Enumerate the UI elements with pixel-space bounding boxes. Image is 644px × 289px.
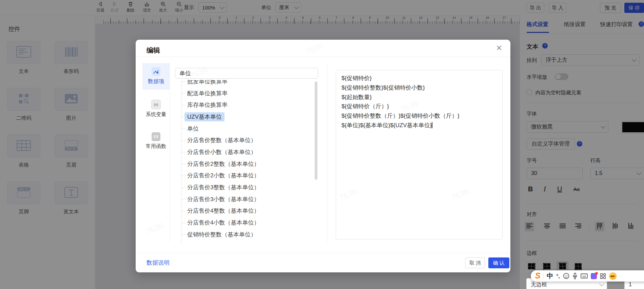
sticker-emoji-icon[interactable] xyxy=(609,272,617,280)
cancel-button[interactable]: 取 消 xyxy=(465,257,485,268)
editor-line: ${促销特价整数（斤）}${促销特价小数（斤）} xyxy=(341,111,497,121)
data-description-link[interactable]: 数据说明 xyxy=(147,259,170,267)
text-caret xyxy=(432,122,432,128)
editor-line: ${单位}${基本单位}${UZV基本单位} xyxy=(341,121,497,130)
list-item[interactable]: 配送单位换算率 xyxy=(175,88,315,99)
virtual-keyboard-icon[interactable] xyxy=(581,273,588,279)
confirm-button[interactable]: 确 认 xyxy=(488,257,509,268)
list-item[interactable]: 批发单位换算率 xyxy=(175,80,315,88)
edit-dialog: 编辑 ✕ 数据项 (x) 系统变量 FX 常用函数 批发单位 xyxy=(136,40,510,272)
data-item-icon xyxy=(152,67,160,76)
list-item[interactable]: 分店售价2整数（基本单位） xyxy=(175,158,315,170)
label-designer-app: 后退 前进 删除 清空 放大 缩小 显示 100% 单位 厘米 xyxy=(0,0,644,289)
list-item[interactable]: 分店售价3整数（基本单位） xyxy=(175,181,315,193)
function-icon: FX xyxy=(152,132,160,141)
chevron-down-icon xyxy=(599,282,604,286)
close-icon[interactable]: ✕ xyxy=(496,44,502,52)
variable-icon: (x) xyxy=(151,100,161,109)
list-scrollbar-thumb[interactable] xyxy=(315,81,317,180)
expression-editor[interactable]: ${促销特价} ${促销特价整数}${促销特价小数} ${起始数量} ${促销特… xyxy=(336,70,503,239)
list-item[interactable]: 分店售价2小数（基本单位） xyxy=(175,170,315,182)
list-item[interactable]: 库存单位换算率 xyxy=(175,99,315,111)
dialog-tab-strip: 数据项 (x) 系统变量 FX 常用函数 xyxy=(142,57,170,253)
editor-line: ${起始数量} xyxy=(341,93,497,102)
dialog-footer: 数据说明 取 消 确 认 xyxy=(136,253,510,272)
editor-line: ${促销特价整数}${促销特价小数} xyxy=(341,83,497,93)
tab-system-variables[interactable]: (x) 系统变量 xyxy=(142,96,170,122)
punctuation-icon[interactable]: °, xyxy=(556,273,560,278)
dialog-title: 编辑 xyxy=(147,46,160,55)
list-item[interactable]: 分店售价整数（基本单位） xyxy=(175,134,315,146)
editor-line: ${促销特价（斤）} xyxy=(341,102,497,111)
ime-language-mode[interactable]: 中 xyxy=(547,273,553,279)
microphone-icon[interactable] xyxy=(572,273,578,279)
data-item-list: 批发单位换算率配送单位换算率库存单位换算率UZV基本单位单位分店售价整数（基本单… xyxy=(175,80,315,244)
list-item[interactable]: 分店售价3小数（基本单位） xyxy=(175,193,315,205)
toolbox-grid-icon[interactable] xyxy=(600,273,606,279)
sogou-logo-icon[interactable]: S xyxy=(535,272,540,280)
tab-data-items[interactable]: 数据项 xyxy=(142,63,170,90)
list-item[interactable]: 单位 xyxy=(175,123,315,135)
editor-line: ${促销特价} xyxy=(341,74,497,83)
list-item[interactable]: 促销特价整数（基本单位） xyxy=(175,229,315,240)
ime-toolbar: S 中 °, xyxy=(531,270,644,282)
search-input[interactable] xyxy=(175,68,318,79)
skin-center-icon[interactable] xyxy=(591,273,597,279)
list-item[interactable]: 分店售价4小数（基本单位） xyxy=(175,217,315,229)
tab-common-functions[interactable]: FX 常用函数 xyxy=(142,128,170,155)
list-item[interactable]: 分店售价小数（基本单位） xyxy=(175,146,315,158)
list-item[interactable]: UZV基本单位 xyxy=(175,111,315,123)
list-item[interactable]: 分店售价4整数（基本单位） xyxy=(175,205,315,217)
emoji-icon[interactable] xyxy=(563,273,569,279)
